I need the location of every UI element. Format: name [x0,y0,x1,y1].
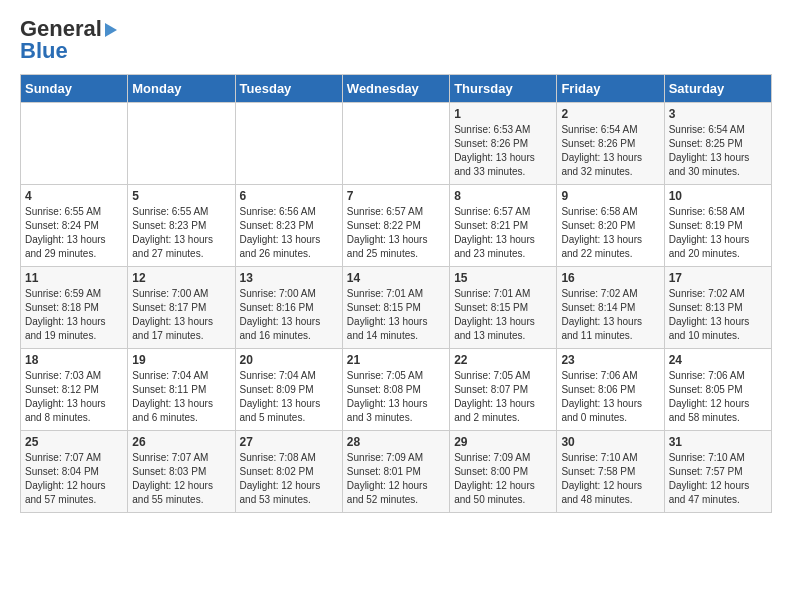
day-number: 1 [454,107,552,121]
day-info: Sunrise: 7:00 AM Sunset: 8:16 PM Dayligh… [240,287,338,343]
day-of-week-header: Saturday [664,75,771,103]
day-info: Sunrise: 7:09 AM Sunset: 8:01 PM Dayligh… [347,451,445,507]
day-number: 11 [25,271,123,285]
calendar-cell: 31Sunrise: 7:10 AM Sunset: 7:57 PM Dayli… [664,431,771,513]
calendar-cell: 1Sunrise: 6:53 AM Sunset: 8:26 PM Daylig… [450,103,557,185]
day-number: 21 [347,353,445,367]
calendar-cell: 2Sunrise: 6:54 AM Sunset: 8:26 PM Daylig… [557,103,664,185]
day-info: Sunrise: 7:07 AM Sunset: 8:03 PM Dayligh… [132,451,230,507]
day-number: 5 [132,189,230,203]
day-info: Sunrise: 7:01 AM Sunset: 8:15 PM Dayligh… [454,287,552,343]
calendar-cell [128,103,235,185]
logo: General Blue [20,16,117,64]
day-number: 17 [669,271,767,285]
day-of-week-header: Tuesday [235,75,342,103]
calendar-cell: 20Sunrise: 7:04 AM Sunset: 8:09 PM Dayli… [235,349,342,431]
day-info: Sunrise: 6:55 AM Sunset: 8:24 PM Dayligh… [25,205,123,261]
day-info: Sunrise: 6:58 AM Sunset: 8:20 PM Dayligh… [561,205,659,261]
day-info: Sunrise: 6:58 AM Sunset: 8:19 PM Dayligh… [669,205,767,261]
calendar-cell [235,103,342,185]
calendar-cell: 27Sunrise: 7:08 AM Sunset: 8:02 PM Dayli… [235,431,342,513]
day-number: 7 [347,189,445,203]
day-number: 3 [669,107,767,121]
calendar-week-row: 18Sunrise: 7:03 AM Sunset: 8:12 PM Dayli… [21,349,772,431]
day-number: 23 [561,353,659,367]
day-info: Sunrise: 6:55 AM Sunset: 8:23 PM Dayligh… [132,205,230,261]
day-info: Sunrise: 7:08 AM Sunset: 8:02 PM Dayligh… [240,451,338,507]
day-info: Sunrise: 7:04 AM Sunset: 8:11 PM Dayligh… [132,369,230,425]
calendar-cell: 6Sunrise: 6:56 AM Sunset: 8:23 PM Daylig… [235,185,342,267]
calendar-cell: 30Sunrise: 7:10 AM Sunset: 7:58 PM Dayli… [557,431,664,513]
calendar-cell: 23Sunrise: 7:06 AM Sunset: 8:06 PM Dayli… [557,349,664,431]
calendar-cell: 4Sunrise: 6:55 AM Sunset: 8:24 PM Daylig… [21,185,128,267]
calendar-cell: 17Sunrise: 7:02 AM Sunset: 8:13 PM Dayli… [664,267,771,349]
calendar-cell: 16Sunrise: 7:02 AM Sunset: 8:14 PM Dayli… [557,267,664,349]
calendar-cell: 7Sunrise: 6:57 AM Sunset: 8:22 PM Daylig… [342,185,449,267]
day-info: Sunrise: 7:06 AM Sunset: 8:05 PM Dayligh… [669,369,767,425]
day-info: Sunrise: 7:02 AM Sunset: 8:13 PM Dayligh… [669,287,767,343]
calendar-cell: 3Sunrise: 6:54 AM Sunset: 8:25 PM Daylig… [664,103,771,185]
calendar-cell: 24Sunrise: 7:06 AM Sunset: 8:05 PM Dayli… [664,349,771,431]
day-info: Sunrise: 7:00 AM Sunset: 8:17 PM Dayligh… [132,287,230,343]
day-info: Sunrise: 6:57 AM Sunset: 8:22 PM Dayligh… [347,205,445,261]
calendar-cell: 9Sunrise: 6:58 AM Sunset: 8:20 PM Daylig… [557,185,664,267]
calendar-cell: 5Sunrise: 6:55 AM Sunset: 8:23 PM Daylig… [128,185,235,267]
calendar-cell: 19Sunrise: 7:04 AM Sunset: 8:11 PM Dayli… [128,349,235,431]
calendar-cell: 22Sunrise: 7:05 AM Sunset: 8:07 PM Dayli… [450,349,557,431]
calendar-cell: 11Sunrise: 6:59 AM Sunset: 8:18 PM Dayli… [21,267,128,349]
day-number: 4 [25,189,123,203]
day-info: Sunrise: 7:05 AM Sunset: 8:08 PM Dayligh… [347,369,445,425]
calendar-cell: 18Sunrise: 7:03 AM Sunset: 8:12 PM Dayli… [21,349,128,431]
calendar-cell: 8Sunrise: 6:57 AM Sunset: 8:21 PM Daylig… [450,185,557,267]
day-info: Sunrise: 7:01 AM Sunset: 8:15 PM Dayligh… [347,287,445,343]
day-info: Sunrise: 6:59 AM Sunset: 8:18 PM Dayligh… [25,287,123,343]
calendar-header-row: SundayMondayTuesdayWednesdayThursdayFrid… [21,75,772,103]
day-info: Sunrise: 7:05 AM Sunset: 8:07 PM Dayligh… [454,369,552,425]
day-info: Sunrise: 7:02 AM Sunset: 8:14 PM Dayligh… [561,287,659,343]
calendar-week-row: 4Sunrise: 6:55 AM Sunset: 8:24 PM Daylig… [21,185,772,267]
day-number: 14 [347,271,445,285]
day-number: 19 [132,353,230,367]
calendar-cell: 25Sunrise: 7:07 AM Sunset: 8:04 PM Dayli… [21,431,128,513]
calendar-cell: 10Sunrise: 6:58 AM Sunset: 8:19 PM Dayli… [664,185,771,267]
day-info: Sunrise: 6:57 AM Sunset: 8:21 PM Dayligh… [454,205,552,261]
calendar-cell: 21Sunrise: 7:05 AM Sunset: 8:08 PM Dayli… [342,349,449,431]
calendar-table: SundayMondayTuesdayWednesdayThursdayFrid… [20,74,772,513]
day-info: Sunrise: 7:06 AM Sunset: 8:06 PM Dayligh… [561,369,659,425]
day-number: 16 [561,271,659,285]
day-number: 25 [25,435,123,449]
logo-blue-label: Blue [20,38,68,64]
day-of-week-header: Friday [557,75,664,103]
day-info: Sunrise: 7:04 AM Sunset: 8:09 PM Dayligh… [240,369,338,425]
day-number: 29 [454,435,552,449]
day-number: 31 [669,435,767,449]
calendar-week-row: 25Sunrise: 7:07 AM Sunset: 8:04 PM Dayli… [21,431,772,513]
day-info: Sunrise: 6:54 AM Sunset: 8:26 PM Dayligh… [561,123,659,179]
calendar-cell [342,103,449,185]
day-number: 24 [669,353,767,367]
page-header: General Blue [20,16,772,64]
day-info: Sunrise: 7:03 AM Sunset: 8:12 PM Dayligh… [25,369,123,425]
calendar-cell: 26Sunrise: 7:07 AM Sunset: 8:03 PM Dayli… [128,431,235,513]
day-number: 12 [132,271,230,285]
day-number: 2 [561,107,659,121]
day-number: 22 [454,353,552,367]
day-of-week-header: Wednesday [342,75,449,103]
day-number: 13 [240,271,338,285]
calendar-cell: 13Sunrise: 7:00 AM Sunset: 8:16 PM Dayli… [235,267,342,349]
calendar-cell: 14Sunrise: 7:01 AM Sunset: 8:15 PM Dayli… [342,267,449,349]
day-number: 20 [240,353,338,367]
calendar-cell: 29Sunrise: 7:09 AM Sunset: 8:00 PM Dayli… [450,431,557,513]
day-number: 27 [240,435,338,449]
day-number: 6 [240,189,338,203]
day-info: Sunrise: 7:10 AM Sunset: 7:57 PM Dayligh… [669,451,767,507]
day-number: 28 [347,435,445,449]
day-number: 18 [25,353,123,367]
calendar-cell: 12Sunrise: 7:00 AM Sunset: 8:17 PM Dayli… [128,267,235,349]
day-number: 30 [561,435,659,449]
day-info: Sunrise: 7:09 AM Sunset: 8:00 PM Dayligh… [454,451,552,507]
calendar-cell: 28Sunrise: 7:09 AM Sunset: 8:01 PM Dayli… [342,431,449,513]
day-of-week-header: Sunday [21,75,128,103]
day-info: Sunrise: 6:53 AM Sunset: 8:26 PM Dayligh… [454,123,552,179]
day-info: Sunrise: 7:07 AM Sunset: 8:04 PM Dayligh… [25,451,123,507]
